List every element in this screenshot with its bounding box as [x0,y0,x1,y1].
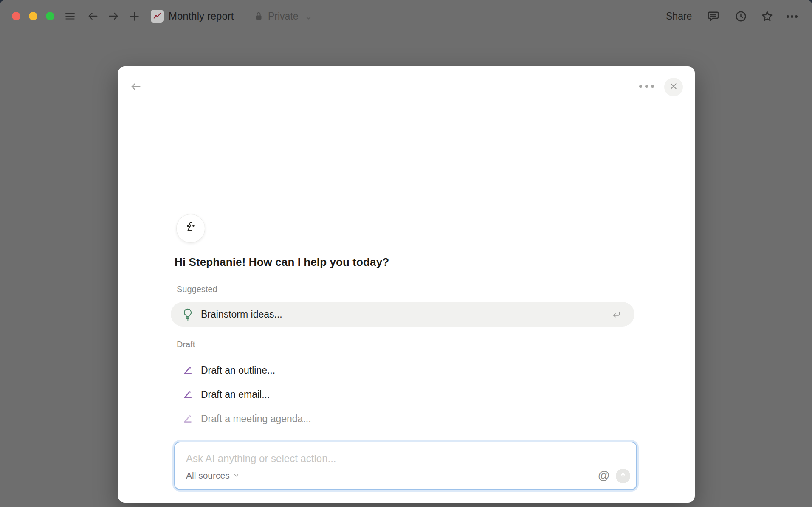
source-scope-selector[interactable]: All sources [186,470,240,481]
back-icon [130,87,142,94]
comments-button[interactable] [707,10,720,23]
action-label: Draft an email... [201,389,270,400]
traffic-light-zoom-button[interactable] [46,12,54,20]
suggestion-brainstorm-ideas[interactable]: Brainstorm ideas... [171,302,634,327]
more-ellipsis-icon [786,14,798,19]
history-clock-icon [734,10,747,23]
pencil-draft-icon [182,412,193,425]
sidebar-menu-button[interactable] [64,11,76,22]
chevron-down-icon [305,14,312,22]
forward-icon [107,10,119,22]
nav-forward-button[interactable] [107,10,119,22]
dialog-back-button[interactable] [130,81,142,94]
send-button[interactable] [616,469,630,483]
ai-face-avatar [176,214,205,243]
more-options-button[interactable] [786,14,798,19]
at-sign-icon: @ [598,469,610,482]
comments-icon [707,10,720,23]
action-draft-an-email[interactable]: Draft an email... [171,383,634,406]
ai-greeting-text: Hi Stephanie! How can I help you today? [175,256,389,269]
chart-page-icon [151,10,164,23]
action-label: Draft an outline... [201,365,275,376]
favorite-star-icon [761,10,774,23]
back-icon [87,10,99,22]
arrow-up-icon [619,471,627,481]
lightbulb-icon [182,308,193,321]
favorite-button[interactable] [761,10,774,23]
nav-back-button[interactable] [87,10,99,22]
close-icon [669,82,678,92]
share-button[interactable]: Share [666,11,692,22]
action-draft-an-outline[interactable]: Draft an outline... [171,358,634,382]
history-button[interactable] [734,10,747,23]
traffic-light-close-button[interactable] [12,12,20,20]
suggestion-label: Brainstorm ideas... [201,309,282,320]
dialog-more-button[interactable] [639,85,654,88]
ai-assistant-dialog: Hi Stephanie! How can I help you today? … [118,66,695,503]
ai-prompt-input[interactable] [186,450,526,467]
mention-button[interactable]: @ [598,469,610,482]
new-page-icon [129,11,140,22]
menu-icon [64,11,76,22]
dialog-close-button[interactable] [664,78,683,96]
section-label-draft: Draft [177,340,195,349]
breadcrumb-page-title[interactable]: Monthly report [169,10,234,22]
more-ellipsis-icon [639,85,654,88]
traffic-light-minimize-button[interactable] [29,12,37,20]
dimmed-app-background: Monthly report Private Share [0,0,812,507]
action-draft-a-meeting-agenda[interactable]: Draft a meeting agenda... [171,407,634,431]
pencil-draft-icon [182,388,193,401]
ai-prompt-box: All sources @ [174,442,637,490]
lock-icon [254,11,264,21]
enter-key-icon [611,309,622,322]
action-label: Draft a meeting agenda... [201,413,311,425]
scope-label: All sources [186,470,230,481]
ai-face-icon [182,219,199,238]
pencil-draft-icon [182,364,193,377]
section-label-suggested: Suggested [177,284,217,294]
chevron-down-icon [233,472,240,480]
privacy-selector[interactable]: Private [268,11,299,22]
new-page-button[interactable] [129,11,140,22]
window-title-bar: Monthly report Private Share [0,0,812,32]
